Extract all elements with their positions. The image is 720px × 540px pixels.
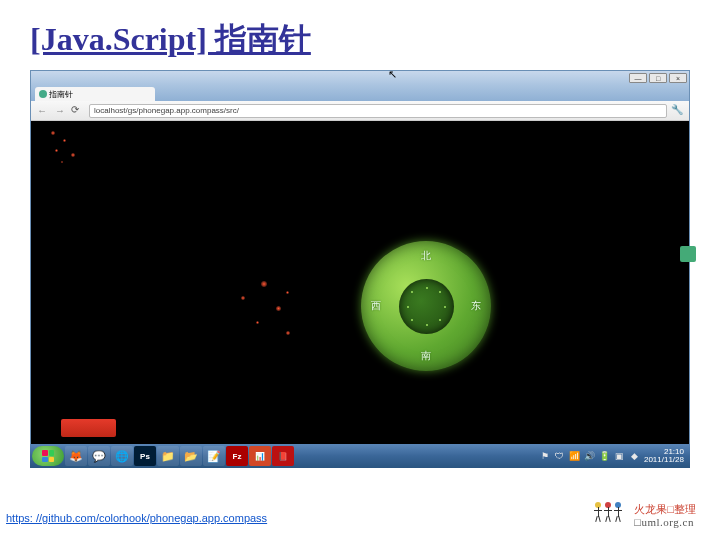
browser-window: — □ × 指南针 ← → ⟳ localhost/gs/phonegap.ap… bbox=[30, 70, 690, 460]
source-link[interactable]: https: //github.com/colorhook/phonegap.a… bbox=[6, 512, 267, 524]
taskbar-app-folder[interactable]: 📂 bbox=[180, 446, 202, 466]
close-button[interactable]: × bbox=[669, 73, 687, 83]
taskbar-app-photoshop[interactable]: Ps bbox=[134, 446, 156, 466]
windows-logo-icon bbox=[42, 450, 54, 462]
taskbar-app-filezilla[interactable]: Fz bbox=[226, 446, 248, 466]
page-viewport: 北 南 东 西 bbox=[31, 121, 689, 459]
tray-sound-icon[interactable]: 🔊 bbox=[584, 450, 596, 462]
compass-west-label: 西 bbox=[371, 299, 381, 313]
brand-text-line2: □uml.org.cn bbox=[634, 516, 696, 529]
browser-titlebar: — □ × bbox=[31, 71, 689, 85]
start-button[interactable] bbox=[32, 446, 64, 466]
cursor-icon: ↖ bbox=[388, 68, 397, 81]
tab-strip: 指南针 bbox=[31, 85, 689, 101]
compass-north-label: 北 bbox=[421, 249, 431, 263]
browser-tab[interactable]: 指南针 bbox=[35, 87, 155, 101]
tray-flag-icon[interactable]: ⚑ bbox=[539, 450, 551, 462]
taskbar-app-chrome[interactable]: 🌐 bbox=[111, 446, 133, 466]
back-button[interactable]: ← bbox=[35, 104, 49, 118]
compass-center bbox=[399, 279, 454, 334]
compass-south-label: 南 bbox=[421, 349, 431, 363]
red-bar-graphic bbox=[61, 419, 116, 437]
forward-button[interactable]: → bbox=[53, 104, 67, 118]
taskbar-app-acrobat[interactable]: 📕 bbox=[272, 446, 294, 466]
brand-logo-icon bbox=[594, 502, 628, 530]
maximize-button[interactable]: □ bbox=[649, 73, 667, 83]
taskbar-app-powerpoint[interactable]: 📊 bbox=[249, 446, 271, 466]
brand-text-line1: 火龙果□整理 bbox=[634, 503, 696, 516]
compass-dial: 北 南 东 西 bbox=[361, 241, 491, 371]
taskbar-app-gtalk[interactable]: 💬 bbox=[88, 446, 110, 466]
slide-title: [Java.Script] 指南针 bbox=[30, 18, 311, 62]
compass-east-label: 东 bbox=[471, 299, 481, 313]
wrench-icon[interactable]: 🔧 bbox=[671, 104, 685, 118]
minimize-button[interactable]: — bbox=[629, 73, 647, 83]
taskbar-app-notepad[interactable]: 📝 bbox=[203, 446, 225, 466]
tray-battery-icon[interactable]: 🔋 bbox=[599, 450, 611, 462]
tray-app2-icon[interactable]: ◆ bbox=[629, 450, 641, 462]
tab-title: 指南针 bbox=[49, 89, 73, 100]
tray-shield-icon[interactable]: 🛡 bbox=[554, 450, 566, 462]
desktop-icon[interactable] bbox=[680, 246, 696, 262]
taskbar: 🦊💬🌐Ps📁📂📝Fz📊📕 ⚑🛡📶🔊🔋▣◆ 21:10 2011/11/28 bbox=[30, 444, 690, 468]
clock-date: 2011/11/28 bbox=[644, 456, 684, 464]
taskbar-app-firefox[interactable]: 🦊 bbox=[65, 446, 87, 466]
tray-app1-icon[interactable]: ▣ bbox=[614, 450, 626, 462]
taskbar-app-explorer[interactable]: 📁 bbox=[157, 446, 179, 466]
compass-widget[interactable]: 北 南 东 西 bbox=[361, 241, 491, 371]
reload-button[interactable]: ⟳ bbox=[71, 104, 85, 118]
branding: 火龙果□整理 □uml.org.cn bbox=[594, 502, 696, 530]
browser-toolbar: ← → ⟳ localhost/gs/phonegap.app.compass/… bbox=[31, 101, 689, 121]
taskbar-clock[interactable]: 21:10 2011/11/28 bbox=[644, 448, 684, 464]
tray-network-icon[interactable]: 📶 bbox=[569, 450, 581, 462]
system-tray: ⚑🛡📶🔊🔋▣◆ 21:10 2011/11/28 bbox=[539, 448, 688, 464]
url-bar[interactable]: localhost/gs/phonegap.app.compass/src/ bbox=[89, 104, 667, 118]
tab-favicon-icon bbox=[39, 90, 47, 98]
